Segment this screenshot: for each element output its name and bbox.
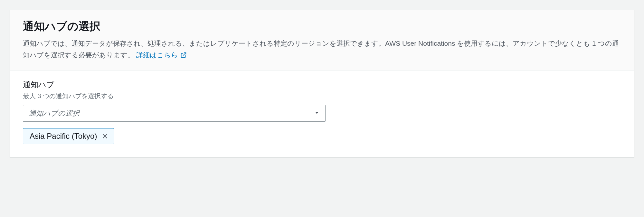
learn-more-text: 詳細はこちら (136, 49, 178, 61)
description-text: 通知ハブでは、通知データが保存され、処理される、またはレプリケートされる特定のリ… (23, 40, 619, 59)
panel-description: 通知ハブでは、通知データが保存され、処理される、またはレプリケートされる特定のリ… (23, 38, 621, 61)
learn-more-link[interactable]: 詳細はこちら (136, 49, 187, 61)
hub-select[interactable]: 通知ハブの選択 (23, 105, 326, 122)
field-hint: 最大 3 つの通知ハブを選択する (23, 92, 621, 100)
token-remove-button[interactable] (101, 133, 109, 140)
panel-body: 通知ハブ 最大 3 つの通知ハブを選択する 通知ハブの選択 Asia Pacif… (10, 71, 634, 157)
panel-header: 通知ハブの選択 通知ハブでは、通知データが保存され、処理される、またはレプリケー… (10, 10, 634, 71)
token-asia-pacific-tokyo: Asia Pacific (Tokyo) (23, 128, 114, 144)
notification-hub-panel: 通知ハブの選択 通知ハブでは、通知データが保存され、処理される、またはレプリケー… (10, 10, 634, 157)
external-link-icon (180, 52, 187, 59)
field-label: 通知ハブ (23, 80, 621, 90)
selected-tokens: Asia Pacific (Tokyo) (23, 128, 621, 144)
hub-select-placeholder: 通知ハブの選択 (29, 108, 80, 118)
token-label: Asia Pacific (Tokyo) (30, 132, 97, 141)
panel-title: 通知ハブの選択 (23, 19, 621, 34)
hub-select-wrapper: 通知ハブの選択 (23, 105, 326, 122)
close-icon (101, 133, 109, 140)
